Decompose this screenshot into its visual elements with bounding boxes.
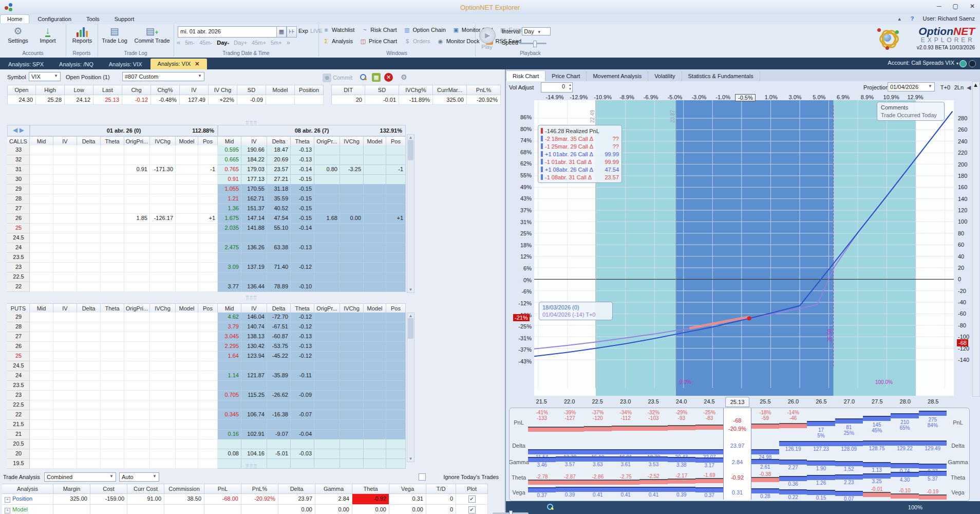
tab-analysis-vix-active[interactable]: Analysis: VIX✕ [150,59,207,69]
panel-toggle-icon[interactable] [969,60,976,67]
ta-column-header[interactable]: PnL [204,484,241,494]
chain-column-header[interactable]: Delta [267,303,291,314]
windows-item-orders[interactable]: $Orders [404,38,430,45]
chain-column-header[interactable]: Mid [218,303,241,314]
chain-column-header[interactable]: Theta [101,136,124,146]
chain-column-header[interactable]: OrigPri... [124,136,150,146]
option-row[interactable]: 21.5 [7,420,406,430]
option-row[interactable]: 23.5 [7,381,406,391]
chain-column-header[interactable]: Delta [267,136,291,146]
ta-row-name[interactable]: +Position [2,494,53,505]
close-button[interactable]: ✕ [970,3,975,10]
analysis-auto-select[interactable]: Auto▼ [119,472,159,482]
greeks-cell[interactable]: 0.37 [919,454,947,470]
chain-column-header[interactable]: Pos [386,136,406,146]
chain-column-header[interactable]: Pos [386,303,406,314]
minimize-button[interactable]: ─ [937,3,941,10]
ta-column-header[interactable]: T/D [426,484,456,494]
greeks-cell[interactable]: 175% [807,408,835,437]
expiry-header-near[interactable]: 01 abr. 26 (0)112.88% [30,125,218,136]
chain-column-header[interactable]: Mid [30,303,53,314]
ta-column-header[interactable]: Plot [456,484,488,494]
greeks-cell[interactable]: 1.52 [835,454,863,470]
greeks-cell[interactable]: 3.17 [695,454,723,470]
greeks-cell[interactable]: 0.41 [612,485,639,500]
greeks-cell[interactable]: 13.30 [556,437,583,454]
option-row[interactable]: 281.21162.7135.59-0.15 [7,194,406,204]
greeks-cell[interactable]: 0.15 [807,485,835,500]
chain-column-header[interactable]: IVChg [340,303,364,314]
step-45m-minus[interactable]: 45m- [199,40,212,46]
greeks-cell[interactable]: 11.54 [528,437,556,454]
option-row[interactable]: 220.345106.74-16.38-0.07 [7,410,406,420]
greeks-cell[interactable]: -2.87 [556,470,583,485]
greeks-cell[interactable]: 0.36 [779,470,807,485]
greeks-cell[interactable]: 14545% [863,408,891,437]
search-icon[interactable] [360,74,367,81]
greeks-cell[interactable]: 23.97 [723,437,751,454]
greeks-cell[interactable]: 18.70 [639,437,667,454]
option-row[interactable]: 310.91-171.30-10.765179.0323.57-0.140.80… [7,165,406,175]
collapse-ribbon-icon[interactable]: ▲ [897,16,902,22]
chain-column-header[interactable]: Mid [218,136,241,146]
risk-chart[interactable]: 22.4923.8726.580.0%100.0% -146.28 Realiz… [506,94,980,397]
greeks-cell[interactable]: 2.23 [835,470,863,485]
chart-tab-movement-analysis[interactable]: Movement Analysis [587,71,648,81]
greeks-cell[interactable]: -29%-93 [668,408,695,437]
greeks-cell[interactable]: -2.86 [584,470,612,485]
greeks-cell[interactable]: 24.98 [751,437,779,454]
greeks-cell[interactable]: 20.43 [668,437,695,454]
windows-item-monitor-dock[interactable]: ◉Monitor Dock [437,38,480,45]
tab-analysis-vix[interactable]: Analysis: VIX [102,59,149,69]
chain-nav-arrows[interactable]: ◀ ▶ [7,125,30,136]
option-row[interactable]: 223.77136.4478.89-0.10 [7,282,406,292]
chart-scrollbar[interactable]: ▲▼ [972,81,980,397]
option-row[interactable]: 252.035141.8855.10-0.14 [7,224,406,233]
option-row[interactable]: 294.62146.04-72.70-0.12 [7,313,406,322]
trade-log-button[interactable]: ▤ Trade Log [100,26,129,44]
windows-item-risk-chart[interactable]: ~Risk Chart [361,27,397,33]
greeks-cell[interactable]: 1.90 [807,454,835,470]
chain-column-header[interactable]: IVChg [150,303,176,314]
ta-row-name[interactable]: +Model [2,505,53,514]
greeks-cell[interactable]: -32%-103 [639,408,667,437]
option-row[interactable]: 22.5 [7,400,406,410]
chain-column-header[interactable]: IV [241,136,267,146]
option-row[interactable]: 283.79140.74-67.51-0.12 [7,322,406,332]
chain-column-header[interactable]: IVChg [340,136,364,146]
option-row[interactable]: 22.5 [7,272,406,282]
chain-column-header[interactable]: IV [53,136,77,146]
greeks-cell[interactable]: 8125% [835,408,863,437]
greeks-cell[interactable]: -0.92 [723,470,751,485]
greeks-cell[interactable]: 3.46 [528,454,556,470]
greeks-cell[interactable]: -0.38 [751,470,779,485]
ta-column-header[interactable]: Curr Cost [127,484,164,494]
greeks-cell[interactable]: 15.10 [584,437,612,454]
greeks-cell[interactable]: 0.41 [639,485,667,500]
time-step-icon[interactable]: ⊦⊦ [287,26,297,38]
chain-settings-icon[interactable]: ▦ [372,73,381,82]
plot-checkbox[interactable]: ✔ [456,494,488,505]
projection-lines-label[interactable]: 2Ln [954,84,964,90]
ta-column-header[interactable]: Cost [90,484,127,494]
ta-column-header[interactable]: Margin [53,484,90,494]
option-row[interactable]: 273.045138.13-60.87-0.13 [7,332,406,342]
greeks-cell[interactable]: 3.63 [584,454,612,470]
calls-scrollbar[interactable]: ▲▼ [407,134,414,293]
windows-item-analysis[interactable]: ΣAnalysis [323,38,353,45]
greeks-cell[interactable]: 16.91 [612,437,639,454]
greeks-cell[interactable]: -2.52 [639,470,667,485]
greeks-cell[interactable]: 0.41 [584,485,612,500]
greeks-cell[interactable]: -0.01 [863,485,891,500]
maximize-button[interactable]: ▢ [953,3,958,10]
gear-icon[interactable]: ⚙ [401,73,407,81]
chain-column-header[interactable]: IVChg [150,136,176,146]
menu-tab-tools[interactable]: Tools [80,15,106,23]
interval-select[interactable]: Day▼ [522,27,551,35]
greeks-cell[interactable]: 0.39 [668,485,695,500]
option-row[interactable]: 291.055170.5531.18-0.15 [7,185,406,194]
step-5m-plus[interactable]: 5m+ [271,40,282,46]
greeks-cell[interactable]: 0.31 [723,485,751,500]
greeks-cell[interactable]: -0.10 [891,485,918,500]
chain-column-header[interactable]: IV [241,303,267,314]
